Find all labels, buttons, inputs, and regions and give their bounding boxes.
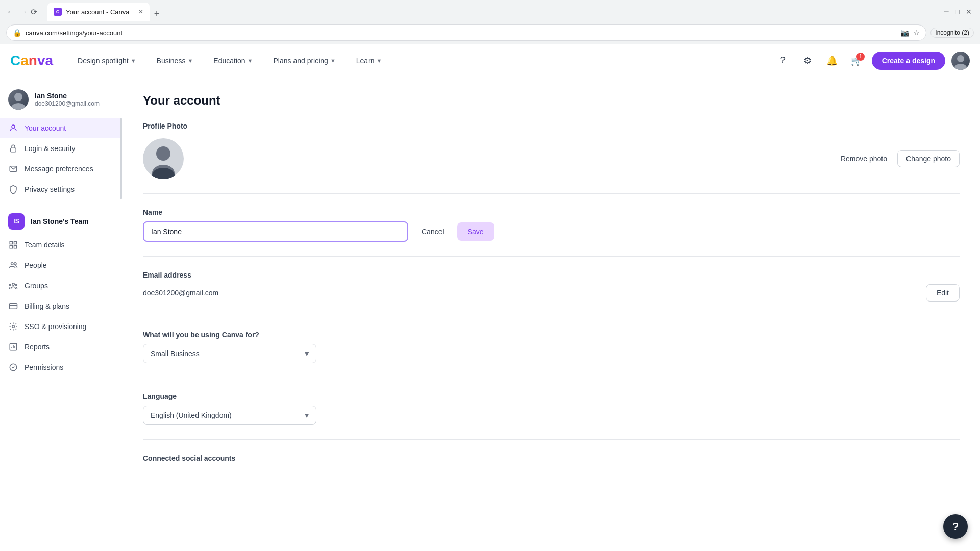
nav-learn[interactable]: Learn ▼ [352, 54, 386, 68]
svg-rect-5 [11, 148, 16, 152]
chevron-down-icon: ▼ [131, 58, 136, 64]
name-input[interactable] [143, 221, 408, 242]
address-bar-icons: 📷 ☆ [900, 29, 920, 37]
profile-photo [143, 138, 184, 179]
cancel-btn[interactable]: Cancel [414, 222, 451, 241]
save-btn[interactable]: Save [457, 222, 494, 241]
svg-point-1 [954, 64, 967, 70]
canva-use-select-wrapper: Small Business Personal Education Large … [143, 344, 316, 363]
bookmark-icon[interactable]: ☆ [913, 29, 920, 37]
sidebar-item-label: Your account [24, 124, 66, 132]
chevron-down-icon: ▼ [377, 58, 382, 64]
sidebar-item-team-details[interactable]: Team details [0, 235, 122, 255]
canva-logo[interactable]: Canva [10, 53, 53, 69]
sidebar-user-avatar[interactable] [8, 89, 29, 110]
tab-close-btn[interactable]: ✕ [138, 8, 143, 15]
team-name: Ian Stone's Team [31, 217, 89, 226]
address-bar[interactable]: 🔒 canva.com/settings/your-account 📷 ☆ [6, 24, 926, 41]
browser-extras: Incognito (2) [930, 28, 974, 38]
notifications-icon-btn[interactable]: 🔔 [823, 52, 841, 70]
chevron-down-icon: ▼ [187, 58, 193, 64]
sidebar-item-groups[interactable]: Groups [0, 276, 122, 296]
sidebar-item-label: Team details [24, 241, 65, 249]
language-select-wrapper: English (United Kingdom) English (United… [143, 406, 316, 425]
sidebar-user-section: Ian Stone doe301200@gmail.com [0, 85, 122, 118]
svg-rect-16 [10, 304, 17, 309]
svg-rect-7 [10, 241, 12, 244]
name-section: Name Cancel Save [143, 208, 960, 242]
profile-photo-section: Remove photo Change photo [143, 138, 960, 179]
svg-point-11 [11, 263, 14, 265]
lock-icon: 🔒 [13, 29, 21, 37]
sidebar-email: doe301200@gmail.com [35, 100, 100, 107]
section-divider-4 [143, 378, 960, 378]
tab-favicon: C [54, 8, 62, 16]
maximize-btn[interactable]: □ [953, 8, 962, 16]
remove-photo-btn[interactable]: Remove photo [841, 155, 887, 163]
sidebar-item-sso[interactable]: SSO & provisioning [0, 316, 122, 337]
sidebar-item-message-preferences[interactable]: Message preferences [0, 159, 122, 179]
camera-off-icon: 📷 [900, 29, 909, 37]
sidebar-user-info: Ian Stone doe301200@gmail.com [35, 92, 100, 107]
chevron-down-icon: ▼ [248, 58, 253, 64]
help-icon-btn[interactable]: ? [774, 52, 792, 70]
sidebar-item-label: Groups [24, 282, 48, 290]
svg-point-25 [156, 146, 170, 161]
settings-icon-btn[interactable]: ⚙ [798, 52, 817, 70]
svg-point-15 [16, 284, 17, 286]
close-btn[interactable]: ✕ [964, 8, 974, 16]
browser-reload-btn[interactable]: ⟳ [31, 7, 37, 17]
sidebar-item-reports[interactable]: Reports [0, 337, 122, 357]
nav-business[interactable]: Business ▼ [153, 54, 198, 68]
change-photo-btn[interactable]: Change photo [897, 150, 960, 167]
sidebar-item-login-security[interactable]: Login & security [0, 138, 122, 159]
create-design-btn[interactable]: Create a design [872, 52, 945, 70]
active-tab[interactable]: C Your account - Canva ✕ [47, 3, 150, 21]
groups-icon [8, 281, 18, 291]
sidebar-item-permissions[interactable]: Permissions [0, 357, 122, 378]
svg-point-0 [957, 55, 964, 62]
nav-education[interactable]: Education ▼ [209, 54, 257, 68]
chevron-down-icon: ▼ [330, 58, 336, 64]
sidebar-team-header: IS Ian Stone's Team [0, 208, 122, 235]
browser-forward-btn[interactable]: → [18, 7, 28, 17]
profile-photo-label: Profile Photo [143, 122, 960, 130]
sidebar-item-billing[interactable]: Billing & plans [0, 296, 122, 316]
lock-icon [8, 143, 18, 154]
sidebar-item-label: People [24, 261, 47, 269]
svg-point-18 [12, 325, 15, 328]
social-accounts-section: Connected social accounts [143, 454, 960, 462]
sidebar-scrollbar [120, 118, 122, 199]
cart-badge: 1 [856, 53, 865, 61]
sidebar-item-your-account[interactable]: Your account [0, 118, 122, 138]
reports-icon [8, 342, 18, 352]
people-icon [8, 260, 18, 270]
shield-icon [8, 184, 18, 194]
email-display: doe301200@gmail.com [143, 289, 218, 297]
email-row: doe301200@gmail.com Edit [143, 284, 960, 302]
browser-back-btn[interactable]: ← [6, 7, 15, 17]
svg-point-4 [12, 125, 15, 128]
person-icon [8, 123, 18, 133]
browser-controls: ← → ⟳ [6, 7, 37, 17]
sidebar-divider [8, 204, 114, 204]
new-tab-btn[interactable]: + [150, 7, 164, 21]
team-avatar: IS [8, 213, 24, 230]
nav-plans-pricing[interactable]: Plans and pricing ▼ [269, 54, 339, 68]
question-mark-icon: ? [952, 521, 959, 533]
edit-email-btn[interactable]: Edit [926, 284, 960, 302]
user-avatar-btn[interactable] [951, 52, 970, 70]
incognito-badge[interactable]: Incognito (2) [930, 28, 974, 38]
svg-point-2 [14, 93, 22, 101]
sidebar-item-privacy-settings[interactable]: Privacy settings [0, 179, 122, 199]
minimize-btn[interactable]: − [942, 7, 951, 17]
help-bubble-btn[interactable]: ? [943, 514, 968, 539]
sidebar-item-people[interactable]: People [0, 255, 122, 276]
nav-design-spotlight[interactable]: Design spotlight ▼ [74, 54, 140, 68]
url-display: canva.com/settings/your-account [26, 29, 896, 37]
nav-actions: ? ⚙ 🔔 🛒 1 Create a design [774, 52, 970, 70]
section-divider [143, 193, 960, 194]
language-select[interactable]: English (United Kingdom) English (United… [143, 406, 316, 425]
canva-use-select[interactable]: Small Business Personal Education Large … [143, 344, 316, 363]
cart-icon-btn[interactable]: 🛒 1 [847, 52, 866, 70]
